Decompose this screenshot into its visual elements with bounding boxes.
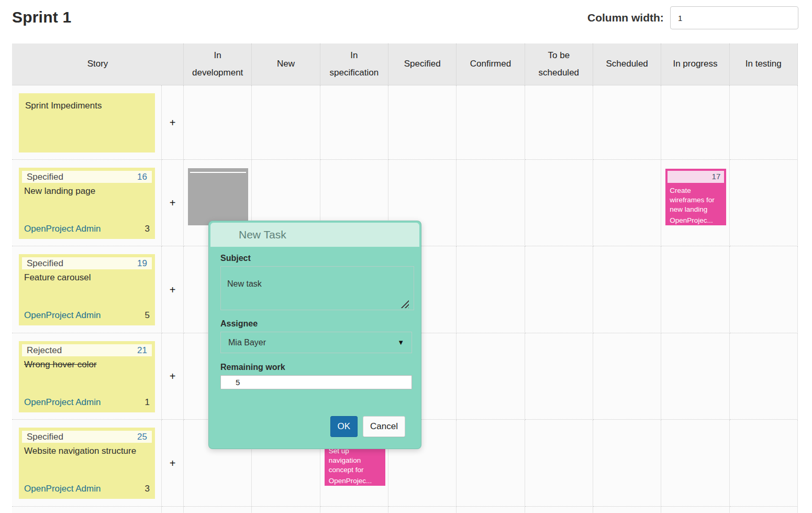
board-cell[interactable]	[184, 507, 252, 513]
board-cell[interactable]	[525, 420, 593, 507]
column-width-input[interactable]	[670, 6, 798, 29]
task-id[interactable]: 17	[712, 172, 721, 181]
column-header-story: Story	[12, 43, 184, 85]
story-card-title: Wrong hover color	[19, 357, 155, 370]
remaining-work-input[interactable]	[220, 375, 412, 389]
add-task-button[interactable]: +	[170, 371, 176, 381]
story-cell: Specified 25 Website navigation structur…	[12, 420, 162, 507]
board-cell[interactable]	[730, 246, 798, 333]
board-cell[interactable]	[661, 85, 729, 160]
story-assignee-link[interactable]: OpenProject Admin	[24, 397, 101, 408]
board-cell[interactable]	[730, 333, 798, 420]
task-assignee[interactable]: OpenProjec...	[665, 216, 726, 224]
story-cell: Rejected 21 Wrong hover color OpenProjec…	[12, 333, 162, 420]
board-cell[interactable]	[661, 333, 729, 420]
board-cell[interactable]	[525, 160, 593, 246]
board-header-row: Story In development New In specificatio…	[12, 43, 798, 85]
board-cell[interactable]	[593, 85, 661, 160]
story-row-impediments: Sprint Impediments +	[12, 85, 798, 160]
assignee-selected-value: Mia Bayer	[228, 338, 266, 347]
add-task-button[interactable]: +	[170, 117, 176, 128]
story-id[interactable]: 21	[137, 345, 147, 356]
story-assignee-link[interactable]: OpenProject Admin	[24, 224, 101, 234]
board-cell[interactable]	[593, 246, 661, 333]
chevron-down-icon: ▼	[397, 339, 404, 346]
story-status: Rejected	[27, 345, 62, 356]
board-cell[interactable]	[593, 507, 661, 513]
story-assignee-link[interactable]: OpenProject Admin	[24, 484, 101, 494]
column-header-to-be-scheduled: To be scheduled	[525, 43, 593, 85]
story-card-footer: OpenProject Admin 3	[19, 484, 155, 499]
board-cell[interactable]	[525, 507, 593, 513]
story-card-website-navigation[interactable]: Specified 25 Website navigation structur…	[19, 428, 155, 499]
taskboard-page: Sprint 1 Column width: Story In developm…	[0, 0, 812, 513]
column-header-new: New	[252, 43, 320, 85]
board-cell[interactable]	[525, 85, 593, 160]
board-cell[interactable]	[730, 507, 798, 513]
add-task-button[interactable]: +	[170, 285, 176, 295]
board-cell[interactable]	[320, 85, 388, 160]
story-card-impediments[interactable]: Sprint Impediments	[19, 93, 155, 152]
add-task-cell: +	[162, 160, 184, 246]
board-cell[interactable]	[320, 507, 388, 513]
story-card-wrong-hover-color[interactable]: Rejected 21 Wrong hover color OpenProjec…	[19, 341, 155, 412]
board-cell[interactable]	[730, 85, 798, 160]
story-card-title: Sprint Impediments	[19, 93, 155, 118]
story-status: Specified	[27, 432, 63, 442]
add-task-cell: +	[162, 85, 184, 160]
board-cell[interactable]	[457, 333, 525, 420]
subject-textarea[interactable]: New task	[220, 266, 414, 310]
board-cell[interactable]	[525, 333, 593, 420]
task-card-create-wireframes[interactable]: 17 Create wireframes for new landing Ope…	[665, 169, 726, 225]
assignee-select[interactable]: Mia Bayer ▼	[220, 332, 412, 353]
board-cell[interactable]	[457, 420, 525, 507]
story-points: 5	[145, 310, 150, 321]
board-cell[interactable]	[457, 160, 525, 246]
task-card-title: Create wireframes for new landing	[665, 183, 726, 215]
page-title: Sprint 1	[12, 8, 71, 26]
board-cell[interactable]	[252, 507, 320, 513]
board-cell[interactable]	[730, 160, 798, 246]
board-cell[interactable]	[730, 420, 798, 507]
story-assignee-link[interactable]: OpenProject Admin	[24, 310, 101, 321]
task-assignee[interactable]: OpenProjec...	[325, 477, 385, 485]
add-task-button[interactable]: +	[170, 198, 176, 208]
board-cell[interactable]	[525, 246, 593, 333]
column-header-in-progress: In progress	[661, 43, 729, 85]
new-task-modal-body: Subject New task Assignee Mia Bayer ▼ Re…	[209, 248, 421, 437]
story-id[interactable]: 16	[137, 172, 147, 182]
board-cell[interactable]	[388, 85, 457, 160]
board-cell[interactable]	[593, 420, 661, 507]
story-card-footer: OpenProject Admin 1	[19, 397, 155, 412]
ok-button[interactable]: OK	[330, 416, 358, 437]
board-cell[interactable]	[457, 507, 525, 513]
story-id[interactable]: 19	[137, 258, 147, 269]
add-task-cell	[162, 507, 184, 513]
story-status: Specified	[27, 172, 63, 182]
board-cell[interactable]	[252, 85, 320, 160]
story-card-title: New landing page	[19, 184, 155, 197]
board-cell[interactable]	[388, 507, 457, 513]
story-id[interactable]: 25	[137, 432, 147, 442]
board-cell[interactable]	[457, 85, 525, 160]
add-task-button[interactable]: +	[170, 458, 176, 468]
board-cell[interactable]	[661, 420, 729, 507]
story-card-header: Rejected 21	[22, 344, 152, 356]
board-cell[interactable]	[184, 85, 252, 160]
column-header-specified: Specified	[388, 43, 457, 85]
placeholder-line	[190, 172, 246, 173]
board-cell-in-progress[interactable]: 17 Create wireframes for new landing Ope…	[661, 160, 729, 246]
story-row-clipped	[12, 507, 798, 513]
board-cell[interactable]	[661, 507, 729, 513]
story-points: 3	[145, 484, 150, 494]
board-cell[interactable]	[661, 246, 729, 333]
cancel-button[interactable]: Cancel	[363, 416, 405, 437]
story-card-new-landing-page[interactable]: Specified 16 New landing page OpenProjec…	[19, 168, 155, 239]
board-cell[interactable]	[457, 246, 525, 333]
story-card-feature-carousel[interactable]: Specified 19 Feature carousel OpenProjec…	[19, 254, 155, 325]
story-cell: Specified 19 Feature carousel OpenProjec…	[12, 246, 162, 333]
board-cell[interactable]	[593, 160, 661, 246]
task-card-placeholder[interactable]	[188, 168, 248, 225]
board-cell[interactable]	[593, 333, 661, 420]
story-card-header: Specified 25	[22, 431, 152, 443]
